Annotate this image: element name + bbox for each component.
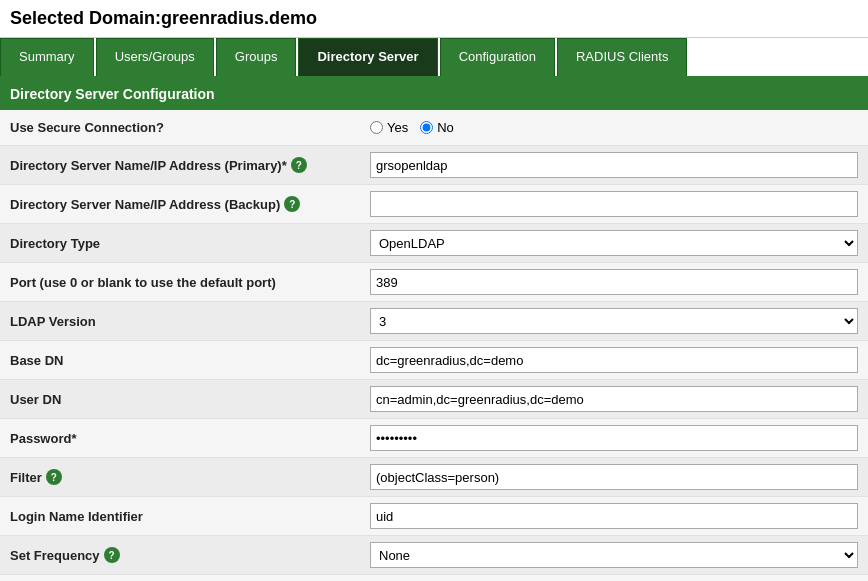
use-secure-no-radio[interactable] [420,121,433,134]
filter-value [370,464,858,490]
password-value [370,425,858,451]
row-allow-auth: Allow Authentication Even If Password Ex… [0,575,868,581]
password-label: Password* [10,431,370,446]
primary-server-value [370,152,858,178]
row-backup-server: Directory Server Name/IP Address (Backup… [0,185,868,224]
ldap-version-value: 2 3 [370,308,858,334]
base-dn-value [370,347,858,373]
directory-type-value: OpenLDAP Active Directory eDirectory [370,230,858,256]
primary-server-help-icon[interactable]: ? [291,157,307,173]
backup-server-help-icon[interactable]: ? [284,196,300,212]
row-base-dn: Base DN [0,341,868,380]
port-value [370,269,858,295]
filter-help-icon[interactable]: ? [46,469,62,485]
port-input[interactable] [370,269,858,295]
row-ldap-version: LDAP Version 2 3 [0,302,868,341]
row-use-secure: Use Secure Connection? Yes No [0,110,868,146]
login-name-input[interactable] [370,503,858,529]
use-secure-label: Use Secure Connection? [10,120,370,135]
base-dn-label: Base DN [10,353,370,368]
use-secure-value: Yes No [370,120,858,135]
user-dn-label: User DN [10,392,370,407]
tab-radius-clients[interactable]: RADIUS Clients [557,38,687,76]
row-user-dn: User DN [0,380,868,419]
directory-type-label: Directory Type [10,236,370,251]
user-dn-value [370,386,858,412]
use-secure-yes-label[interactable]: Yes [370,120,408,135]
row-set-frequency: Set Frequency ? None Hourly Daily Weekly [0,536,868,575]
ldap-version-label: LDAP Version [10,314,370,329]
row-login-name: Login Name Identifier [0,497,868,536]
tab-configuration[interactable]: Configuration [440,38,555,76]
backup-server-input[interactable] [370,191,858,217]
primary-server-label: Directory Server Name/IP Address (Primar… [10,157,370,173]
tab-summary[interactable]: Summary [0,38,94,76]
tab-bar: Summary Users/Groups Groups Directory Se… [0,38,868,78]
primary-server-input[interactable] [370,152,858,178]
login-name-value [370,503,858,529]
filter-input[interactable] [370,464,858,490]
directory-type-select[interactable]: OpenLDAP Active Directory eDirectory [370,230,858,256]
row-port: Port (use 0 or blank to use the default … [0,263,868,302]
backup-server-label: Directory Server Name/IP Address (Backup… [10,196,370,212]
use-secure-yes-radio[interactable] [370,121,383,134]
backup-server-value [370,191,858,217]
page-title: Selected Domain:greenradius.demo [0,0,868,38]
row-primary-server: Directory Server Name/IP Address (Primar… [0,146,868,185]
ldap-version-select[interactable]: 2 3 [370,308,858,334]
row-directory-type: Directory Type OpenLDAP Active Directory… [0,224,868,263]
user-dn-input[interactable] [370,386,858,412]
login-name-label: Login Name Identifier [10,509,370,524]
port-label: Port (use 0 or blank to use the default … [10,275,370,290]
set-frequency-select[interactable]: None Hourly Daily Weekly [370,542,858,568]
row-filter: Filter ? [0,458,868,497]
tab-directory-server[interactable]: Directory Server [298,38,437,76]
filter-label: Filter ? [10,469,370,485]
password-input[interactable] [370,425,858,451]
set-frequency-help-icon[interactable]: ? [104,547,120,563]
tab-groups[interactable]: Groups [216,38,297,76]
tab-users-groups[interactable]: Users/Groups [96,38,214,76]
section-header: Directory Server Configuration [0,78,868,110]
set-frequency-label: Set Frequency ? [10,547,370,563]
base-dn-input[interactable] [370,347,858,373]
set-frequency-value: None Hourly Daily Weekly [370,542,858,568]
use-secure-no-label[interactable]: No [420,120,454,135]
form-area: Use Secure Connection? Yes No Directory … [0,110,868,581]
row-password: Password* [0,419,868,458]
use-secure-radio-group: Yes No [370,120,454,135]
